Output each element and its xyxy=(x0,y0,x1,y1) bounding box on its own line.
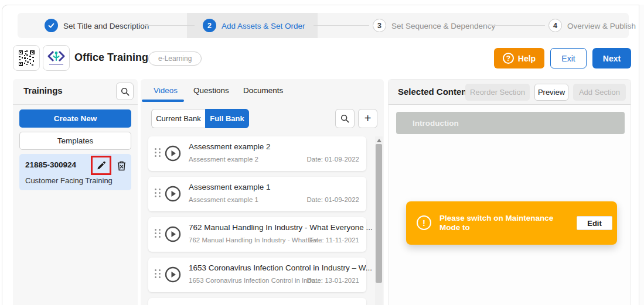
warning-text: Please switch on Maintenance Mode to xyxy=(439,214,571,232)
active-tab-underline xyxy=(142,100,184,102)
trainings-panel-title: Trainings xyxy=(23,85,63,95)
check-icon xyxy=(47,22,55,29)
step2-label[interactable]: Add Assets & Set Order xyxy=(222,22,305,30)
help-button[interactable]: ? Help xyxy=(494,48,544,68)
library-search-button[interactable] xyxy=(335,109,355,128)
play-icon[interactable] xyxy=(165,226,181,242)
trainings-search-button[interactable] xyxy=(116,83,134,100)
search-icon xyxy=(121,87,130,96)
video-card[interactable]: Assessment example 2 Assessment example … xyxy=(148,136,366,171)
video-card[interactable]: 762 Manual Handling In Industry - What E… xyxy=(148,217,366,252)
page-title: Office Training xyxy=(74,52,148,64)
plus-icon: + xyxy=(364,112,372,125)
edit-pencil-icon xyxy=(96,160,106,170)
video-subtitle: 1653 Coronavirus Infection Control in In… xyxy=(189,277,321,284)
video-subtitle: 762 Manual Handling In Industry - What E… xyxy=(189,237,322,244)
scroll-up-icon[interactable] xyxy=(377,139,381,142)
tab-questions[interactable]: Questions xyxy=(193,86,229,95)
tab-videos[interactable]: Videos xyxy=(154,86,178,95)
question-icon: ? xyxy=(503,53,514,64)
warning-icon: ! xyxy=(417,215,431,230)
training-code: 21885-300924 xyxy=(25,160,76,169)
qr-code-icon xyxy=(18,50,35,66)
trainings-panel: Trainings Create New Templates 21885-300… xyxy=(13,79,138,305)
video-date: Date: 11-11-2021 xyxy=(308,237,359,244)
drag-handle-icon[interactable] xyxy=(155,148,161,157)
step2-number[interactable]: 2 xyxy=(203,19,216,32)
selected-content-panel: Selected Content Reorder Section Preview… xyxy=(388,79,631,305)
delete-training-button[interactable] xyxy=(115,159,128,172)
wizard-stepper: Set Title and Description 2 Add Assets &… xyxy=(18,13,629,38)
play-icon[interactable] xyxy=(165,186,181,202)
edit-training-button-highlighted[interactable] xyxy=(91,156,111,175)
add-asset-button[interactable]: + xyxy=(358,109,377,128)
step3-number[interactable]: 3 xyxy=(373,19,386,32)
video-title: 762 Manual Handling In Industry - What E… xyxy=(189,223,373,232)
stepper-connector xyxy=(314,25,369,26)
step1-check-icon[interactable] xyxy=(45,19,58,32)
library-scrollbar[interactable] xyxy=(375,136,383,305)
stepper-connector xyxy=(144,25,195,26)
divider xyxy=(13,104,138,105)
training-list-item[interactable]: 21885-300924 Customer Facing Training xyxy=(19,154,131,190)
selected-content-header: Selected Content Reorder Section Preview… xyxy=(389,80,631,105)
full-bank-toggle[interactable]: Full Bank xyxy=(205,109,249,128)
next-button[interactable]: Next xyxy=(592,48,631,68)
drag-handle-icon[interactable] xyxy=(155,229,161,238)
video-title: Assessment example 2 xyxy=(189,142,271,151)
brand-logo-box[interactable] xyxy=(43,45,70,71)
drag-handle-icon[interactable] xyxy=(155,189,161,197)
step4-label[interactable]: Overview & Publish xyxy=(567,22,636,30)
warning-edit-button[interactable]: Edit xyxy=(577,216,612,230)
brand-logo-icon xyxy=(46,49,66,67)
play-icon[interactable] xyxy=(165,145,181,162)
templates-button[interactable]: Templates xyxy=(19,132,131,150)
training-name: Customer Facing Training xyxy=(25,176,113,185)
course-type-badge: e-Learning xyxy=(148,52,202,66)
create-new-button[interactable]: Create New xyxy=(19,109,131,128)
video-card-partial[interactable] xyxy=(148,298,366,305)
maintenance-warning-banner: ! Please switch on Maintenance Mode to E… xyxy=(406,201,617,245)
stepper-connector xyxy=(488,25,545,26)
video-subtitle: Assessment example 2 xyxy=(189,156,258,163)
step1-label[interactable]: Set Title and Description xyxy=(63,22,149,30)
video-subtitle: Assessment example 1 xyxy=(189,196,258,203)
video-date: Date: 01-09-2022 xyxy=(306,156,359,163)
video-title: 1653 Coronavirus Infection Control in In… xyxy=(189,263,372,272)
step3-label[interactable]: Set Sequence & Dependency xyxy=(391,22,495,30)
reorder-section-button[interactable]: Reorder Section xyxy=(465,84,530,101)
video-card[interactable]: Assessment example 1 Assessment example … xyxy=(148,177,366,211)
drag-handle-icon[interactable] xyxy=(155,269,161,278)
scrollbar-thumb[interactable] xyxy=(376,144,382,283)
page-scrollbar[interactable] xyxy=(639,5,644,305)
video-title: Assessment example 1 xyxy=(189,183,271,191)
tab-documents[interactable]: Documents xyxy=(243,86,283,95)
course-builder-app: Set Title and Description 2 Add Assets &… xyxy=(0,0,644,305)
play-icon[interactable] xyxy=(165,266,181,283)
selected-content-title: Selected Content xyxy=(398,87,470,97)
help-label: Help xyxy=(518,54,536,63)
exit-button[interactable]: Exit xyxy=(550,48,587,68)
preview-button[interactable]: Preview xyxy=(534,84,568,101)
add-section-button[interactable]: Add Section xyxy=(573,84,626,101)
delete-trash-icon xyxy=(117,160,127,171)
section-bar-introduction[interactable]: Introduction xyxy=(396,112,625,134)
video-date: Date: 01-09-2022 xyxy=(306,196,359,203)
search-icon xyxy=(340,114,349,123)
section-name: Introduction xyxy=(413,119,459,128)
asset-library-panel: Videos Questions Documents Current Bank … xyxy=(141,79,384,305)
video-card[interactable]: 1653 Coronavirus Infection Control in In… xyxy=(148,258,366,292)
current-bank-toggle[interactable]: Current Bank xyxy=(151,109,205,128)
video-date: Date: 13-01-2021 xyxy=(306,277,359,284)
step4-number[interactable]: 4 xyxy=(548,19,562,32)
course-qr-thumbnail[interactable] xyxy=(13,45,40,71)
